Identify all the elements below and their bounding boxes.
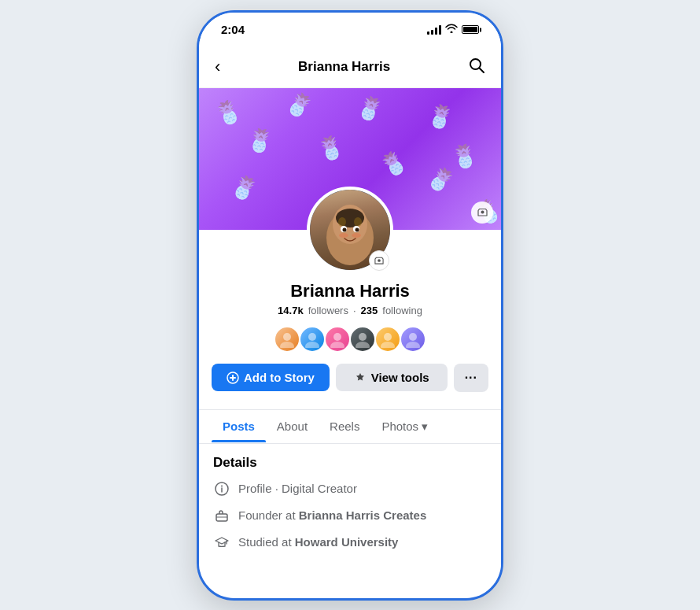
status-bar: 2:04: [199, 13, 501, 47]
tab-photos-label: Photos ▾: [381, 420, 428, 433]
decoration-pineapple-7: 🍍: [424, 101, 457, 133]
following-label: following: [382, 305, 422, 316]
wifi-icon: [445, 24, 458, 35]
detail-item-education: Studied at Howard University: [213, 534, 487, 551]
view-tools-button[interactable]: View tools: [336, 364, 448, 391]
decoration-pineapple-6: 🍍: [375, 146, 412, 182]
back-button[interactable]: ‹: [215, 57, 220, 77]
tab-reels-label: Reels: [330, 420, 359, 433]
friend-avatar-1: [274, 326, 300, 353]
view-tools-label: View tools: [371, 371, 429, 384]
friend-avatar-4: [349, 326, 376, 353]
nav-bar: ‹ Brianna Harris: [199, 47, 501, 88]
svg-point-26: [221, 485, 223, 486]
svg-point-8: [343, 227, 347, 231]
followers-count: 14.7k: [278, 305, 304, 316]
founder-company: Brianna Harris Creates: [299, 508, 427, 522]
decoration-pineapple-1: 🍍: [211, 96, 245, 130]
followers-row: 14.7k followers · 235 following: [278, 305, 422, 316]
signal-bar-2: [431, 30, 433, 35]
decoration-pineapple-9: 🍍: [227, 170, 263, 205]
decoration-pineapple-2: 🍍: [244, 125, 275, 156]
signal-bar-1: [427, 31, 429, 35]
detail-item-profile: Profile · Digital Creator: [213, 480, 487, 497]
tab-posts-label: Posts: [223, 420, 255, 433]
decoration-pineapple-4: 🍍: [314, 132, 347, 165]
profile-info-icon: [213, 480, 230, 497]
detail-education-text: Studied at Howard University: [238, 535, 398, 549]
battery-fill: [463, 27, 477, 32]
page-title: Brianna Harris: [298, 59, 390, 75]
svg-point-4: [338, 217, 346, 227]
svg-point-5: [354, 217, 362, 227]
friend-avatar-5: [374, 326, 401, 353]
svg-point-9: [356, 227, 359, 231]
svg-point-12: [283, 333, 291, 341]
briefcase-icon: [213, 507, 230, 524]
tabs-row: Posts About Reels Photos ▾: [199, 410, 501, 444]
detail-profile-text: Profile · Digital Creator: [238, 482, 357, 495]
signal-bar-4: [439, 25, 441, 35]
tab-reels[interactable]: Reels: [319, 410, 370, 442]
svg-point-16: [333, 333, 341, 341]
profile-section: Brianna Harris 14.7k followers · 235 fol…: [199, 230, 501, 401]
more-icon: ···: [465, 371, 477, 385]
signal-bars-icon: [427, 25, 441, 35]
tabs-section: Posts About Reels Photos ▾: [199, 409, 501, 444]
battery-icon: [462, 25, 479, 34]
add-to-story-button[interactable]: Add to Story: [212, 364, 330, 391]
svg-point-14: [308, 333, 316, 341]
tab-posts[interactable]: Posts: [212, 410, 266, 442]
svg-point-15: [305, 342, 319, 348]
tab-about-label: About: [277, 420, 308, 433]
status-icons: [427, 24, 479, 35]
svg-point-18: [359, 333, 367, 341]
svg-point-20: [384, 333, 392, 341]
svg-point-17: [330, 342, 344, 348]
search-button[interactable]: [468, 57, 485, 78]
detail-item-founder: Founder at Brianna Harris Creates: [213, 507, 487, 524]
details-section: Details Profile · Digital Creator: [199, 444, 501, 571]
profile-name: Brianna Harris: [290, 281, 410, 301]
phone-frame: 2:04 ‹ Brianna Harris: [197, 10, 503, 601]
svg-point-21: [381, 342, 395, 348]
following-count: 235: [361, 305, 378, 316]
followers-label: followers: [308, 305, 348, 316]
decoration-pineapple-5: 🍍: [352, 92, 387, 126]
friend-avatar-6: [400, 326, 426, 353]
svg-point-13: [280, 342, 294, 348]
action-buttons: Add to Story View tools ···: [199, 364, 501, 392]
more-options-button[interactable]: ···: [454, 364, 488, 392]
friend-avatar-2: [299, 326, 326, 353]
graduation-icon: [213, 534, 230, 551]
add-to-story-label: Add to Story: [244, 371, 315, 384]
avatar-camera-button[interactable]: [369, 250, 389, 271]
svg-point-11: [352, 233, 361, 238]
mutual-friends: [274, 326, 426, 353]
tab-about[interactable]: About: [266, 410, 319, 442]
cover-photo-camera-button[interactable]: [471, 201, 493, 224]
status-time: 2:04: [221, 23, 245, 36]
friend-avatar-3: [324, 326, 351, 353]
svg-point-22: [409, 333, 417, 341]
separator: ·: [353, 305, 356, 316]
signal-bar-3: [435, 28, 437, 35]
avatar-container: [307, 187, 393, 273]
education-school: Howard University: [295, 535, 399, 549]
decoration-pineapple-3: 🍍: [281, 88, 318, 124]
svg-point-23: [406, 342, 420, 348]
detail-founder-text: Founder at Brianna Harris Creates: [238, 508, 426, 522]
details-title: Details: [213, 455, 487, 471]
svg-point-10: [339, 233, 348, 238]
svg-point-19: [356, 342, 370, 348]
tab-photos[interactable]: Photos ▾: [370, 410, 439, 443]
decoration-pineapple-8: 🍍: [448, 141, 480, 172]
